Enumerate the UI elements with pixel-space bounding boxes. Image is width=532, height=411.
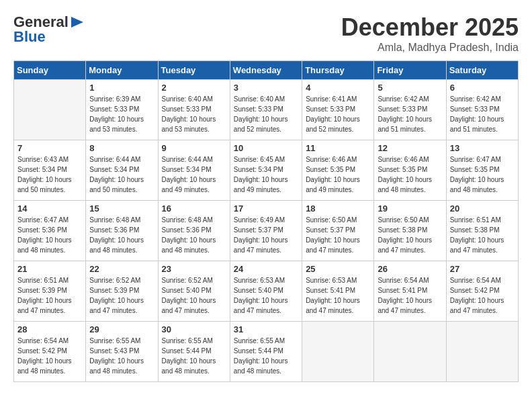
calendar-cell: 7Sunrise: 6:43 AMSunset: 5:34 PMDaylight… xyxy=(14,140,86,201)
day-number: 19 xyxy=(378,203,442,214)
day-number: 21 xyxy=(17,264,82,274)
day-number: 24 xyxy=(234,264,298,274)
calendar-week-row: 14Sunrise: 6:47 AMSunset: 5:36 PMDayligh… xyxy=(14,201,519,261)
day-info: Sunrise: 6:55 AMSunset: 5:43 PMDaylight:… xyxy=(89,336,154,376)
day-number: 18 xyxy=(306,203,370,214)
calendar-cell: 8Sunrise: 6:44 AMSunset: 5:34 PMDaylight… xyxy=(86,140,158,201)
day-number: 26 xyxy=(378,264,442,274)
day-number: 2 xyxy=(162,83,226,93)
day-number: 1 xyxy=(89,83,154,93)
day-info: Sunrise: 6:55 AMSunset: 5:44 PMDaylight:… xyxy=(234,336,298,376)
calendar-week-row: 21Sunrise: 6:51 AMSunset: 5:39 PMDayligh… xyxy=(14,261,519,322)
day-info: Sunrise: 6:39 AMSunset: 5:33 PMDaylight:… xyxy=(89,94,154,134)
day-info: Sunrise: 6:46 AMSunset: 5:35 PMDaylight:… xyxy=(378,154,442,195)
day-number: 28 xyxy=(17,324,82,334)
calendar-cell xyxy=(446,322,518,382)
calendar-week-row: 7Sunrise: 6:43 AMSunset: 5:34 PMDaylight… xyxy=(14,140,519,201)
calendar-cell: 25Sunrise: 6:53 AMSunset: 5:41 PMDayligh… xyxy=(302,261,374,322)
calendar-week-row: 1Sunrise: 6:39 AMSunset: 5:33 PMDaylight… xyxy=(14,80,519,140)
calendar-cell: 5Sunrise: 6:42 AMSunset: 5:33 PMDaylight… xyxy=(374,80,446,140)
day-of-week-header: Sunday xyxy=(14,61,86,80)
day-number: 7 xyxy=(17,143,82,153)
day-number: 15 xyxy=(89,203,154,214)
day-info: Sunrise: 6:50 AMSunset: 5:38 PMDaylight:… xyxy=(378,215,442,255)
logo-blue: Blue xyxy=(13,28,46,46)
day-info: Sunrise: 6:54 AMSunset: 5:42 PMDaylight:… xyxy=(450,275,515,316)
day-number: 30 xyxy=(162,324,226,334)
day-number: 16 xyxy=(162,203,226,214)
day-info: Sunrise: 6:40 AMSunset: 5:33 PMDaylight:… xyxy=(162,94,226,134)
day-number: 27 xyxy=(450,264,515,274)
day-number: 5 xyxy=(378,83,442,93)
day-number: 12 xyxy=(378,143,442,153)
calendar-cell: 9Sunrise: 6:44 AMSunset: 5:34 PMDaylight… xyxy=(158,140,230,201)
calendar-cell: 19Sunrise: 6:50 AMSunset: 5:38 PMDayligh… xyxy=(374,201,446,261)
day-info: Sunrise: 6:41 AMSunset: 5:33 PMDaylight:… xyxy=(306,94,370,134)
day-info: Sunrise: 6:51 AMSunset: 5:39 PMDaylight:… xyxy=(17,275,82,316)
day-info: Sunrise: 6:49 AMSunset: 5:37 PMDaylight:… xyxy=(234,215,298,255)
day-of-week-header: Tuesday xyxy=(158,61,230,80)
day-info: Sunrise: 6:42 AMSunset: 5:33 PMDaylight:… xyxy=(450,94,515,134)
calendar-week-row: 28Sunrise: 6:54 AMSunset: 5:42 PMDayligh… xyxy=(14,322,519,382)
day-info: Sunrise: 6:52 AMSunset: 5:40 PMDaylight:… xyxy=(162,275,226,316)
day-info: Sunrise: 6:45 AMSunset: 5:34 PMDaylight:… xyxy=(234,154,298,195)
day-info: Sunrise: 6:53 AMSunset: 5:40 PMDaylight:… xyxy=(234,275,298,316)
day-info: Sunrise: 6:48 AMSunset: 5:36 PMDaylight:… xyxy=(89,215,154,255)
calendar-cell: 24Sunrise: 6:53 AMSunset: 5:40 PMDayligh… xyxy=(230,261,302,322)
calendar-cell: 3Sunrise: 6:40 AMSunset: 5:33 PMDaylight… xyxy=(230,80,302,140)
day-info: Sunrise: 6:46 AMSunset: 5:35 PMDaylight:… xyxy=(306,154,370,195)
page-header: General Blue December 2025 Amla, Madhya … xyxy=(13,13,519,54)
day-info: Sunrise: 6:53 AMSunset: 5:41 PMDaylight:… xyxy=(306,275,370,316)
day-info: Sunrise: 6:42 AMSunset: 5:33 PMDaylight:… xyxy=(378,94,442,134)
logo: General Blue xyxy=(13,13,85,46)
day-number: 4 xyxy=(306,83,370,93)
calendar-cell: 2Sunrise: 6:40 AMSunset: 5:33 PMDaylight… xyxy=(158,80,230,140)
svg-marker-0 xyxy=(71,17,83,28)
title-section: December 2025 Amla, Madhya Pradesh, Indi… xyxy=(341,13,519,54)
calendar-cell: 26Sunrise: 6:54 AMSunset: 5:41 PMDayligh… xyxy=(374,261,446,322)
calendar-cell xyxy=(14,80,86,140)
calendar-cell: 1Sunrise: 6:39 AMSunset: 5:33 PMDaylight… xyxy=(86,80,158,140)
calendar-cell: 30Sunrise: 6:55 AMSunset: 5:44 PMDayligh… xyxy=(158,322,230,382)
day-of-week-header: Friday xyxy=(374,61,446,80)
day-info: Sunrise: 6:54 AMSunset: 5:42 PMDaylight:… xyxy=(17,336,82,376)
calendar-cell xyxy=(302,322,374,382)
day-number: 3 xyxy=(234,83,298,93)
day-of-week-header: Saturday xyxy=(446,61,518,80)
calendar-cell: 12Sunrise: 6:46 AMSunset: 5:35 PMDayligh… xyxy=(374,140,446,201)
day-of-week-header: Monday xyxy=(86,61,158,80)
calendar-cell: 14Sunrise: 6:47 AMSunset: 5:36 PMDayligh… xyxy=(14,201,86,261)
calendar-cell: 16Sunrise: 6:48 AMSunset: 5:36 PMDayligh… xyxy=(158,201,230,261)
calendar-cell: 4Sunrise: 6:41 AMSunset: 5:33 PMDaylight… xyxy=(302,80,374,140)
day-info: Sunrise: 6:44 AMSunset: 5:34 PMDaylight:… xyxy=(89,154,154,195)
calendar-table: SundayMondayTuesdayWednesdayThursdayFrid… xyxy=(13,60,519,382)
month-title: December 2025 xyxy=(341,13,519,42)
day-info: Sunrise: 6:47 AMSunset: 5:36 PMDaylight:… xyxy=(17,215,82,255)
location-title: Amla, Madhya Pradesh, India xyxy=(341,42,519,54)
day-number: 23 xyxy=(162,264,226,274)
calendar-cell: 20Sunrise: 6:51 AMSunset: 5:38 PMDayligh… xyxy=(446,201,518,261)
calendar-cell xyxy=(374,322,446,382)
calendar-cell: 23Sunrise: 6:52 AMSunset: 5:40 PMDayligh… xyxy=(158,261,230,322)
day-number: 22 xyxy=(89,264,154,274)
calendar-cell: 15Sunrise: 6:48 AMSunset: 5:36 PMDayligh… xyxy=(86,201,158,261)
day-number: 20 xyxy=(450,203,515,214)
day-number: 29 xyxy=(89,324,154,334)
days-of-week-row: SundayMondayTuesdayWednesdayThursdayFrid… xyxy=(14,61,519,80)
calendar-cell: 18Sunrise: 6:50 AMSunset: 5:37 PMDayligh… xyxy=(302,201,374,261)
day-number: 9 xyxy=(162,143,226,153)
day-info: Sunrise: 6:40 AMSunset: 5:33 PMDaylight:… xyxy=(234,94,298,134)
day-info: Sunrise: 6:55 AMSunset: 5:44 PMDaylight:… xyxy=(162,336,226,376)
day-number: 31 xyxy=(234,324,298,334)
day-number: 25 xyxy=(306,264,370,274)
day-info: Sunrise: 6:47 AMSunset: 5:35 PMDaylight:… xyxy=(450,154,515,195)
day-info: Sunrise: 6:54 AMSunset: 5:41 PMDaylight:… xyxy=(378,275,442,316)
day-number: 8 xyxy=(89,143,154,153)
day-info: Sunrise: 6:50 AMSunset: 5:37 PMDaylight:… xyxy=(306,215,370,255)
day-number: 13 xyxy=(450,143,515,153)
day-info: Sunrise: 6:48 AMSunset: 5:36 PMDaylight:… xyxy=(162,215,226,255)
calendar-cell: 31Sunrise: 6:55 AMSunset: 5:44 PMDayligh… xyxy=(230,322,302,382)
day-of-week-header: Thursday xyxy=(302,61,374,80)
calendar-cell: 21Sunrise: 6:51 AMSunset: 5:39 PMDayligh… xyxy=(14,261,86,322)
logo-flag-icon xyxy=(70,15,85,29)
